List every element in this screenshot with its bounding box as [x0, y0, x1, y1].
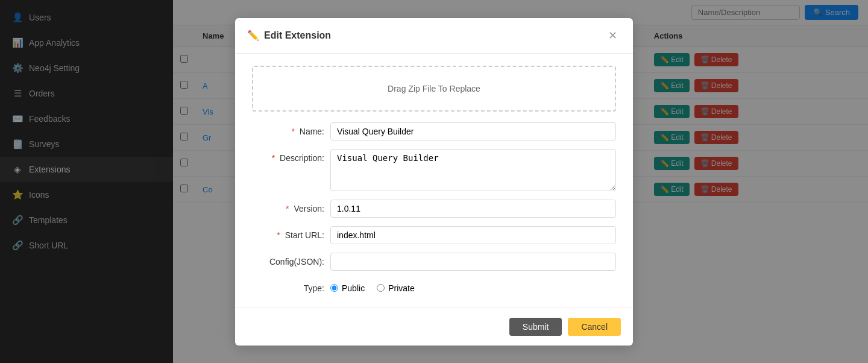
config-input[interactable] — [330, 253, 616, 271]
drag-zone-text: Drag Zip File To Replace — [388, 84, 480, 93]
modal-header: ✏️ Edit Extension ✕ — [235, 18, 633, 54]
start-url-input[interactable] — [330, 226, 616, 244]
name-form-row: * Name: — [252, 122, 616, 140]
radio-private-label: Private — [388, 283, 415, 293]
version-label: * Version: — [252, 200, 324, 213]
start-url-form-row: * Start URL: — [252, 226, 616, 244]
name-label: * Name: — [252, 122, 324, 136]
version-form-row: * Version: — [252, 200, 616, 218]
type-form-row: Type: Public Private — [252, 279, 616, 293]
modal-overlay[interactable]: ✏️ Edit Extension ✕ Drag Zip File To Rep… — [0, 0, 868, 363]
name-input[interactable] — [330, 122, 616, 140]
drag-zip-zone[interactable]: Drag Zip File To Replace — [252, 66, 616, 112]
cancel-button[interactable]: Cancel — [568, 318, 621, 336]
type-radio-group: Public Private — [330, 279, 415, 293]
radio-private-input[interactable] — [377, 284, 385, 292]
radio-public-input[interactable] — [330, 284, 338, 292]
edit-icon: ✏️ — [247, 30, 259, 41]
config-label: Config(JSON): — [252, 253, 324, 267]
modal-footer: Submit Cancel — [235, 308, 633, 346]
description-textarea[interactable]: Visual Query Builder — [330, 149, 616, 191]
config-form-row: Config(JSON): — [252, 253, 616, 271]
version-input[interactable] — [330, 200, 616, 218]
start-url-label: * Start URL: — [252, 226, 324, 240]
radio-public[interactable]: Public — [330, 283, 365, 293]
modal-title: ✏️ Edit Extension — [247, 30, 331, 41]
type-label: Type: — [252, 279, 324, 293]
submit-button[interactable]: Submit — [509, 318, 562, 336]
radio-public-label: Public — [342, 283, 365, 293]
description-form-row: * Description: Visual Query Builder — [252, 149, 616, 191]
description-label: * Description: — [252, 149, 324, 163]
modal-body: Drag Zip File To Replace * Name: * Descr… — [235, 54, 633, 308]
radio-private[interactable]: Private — [377, 283, 415, 293]
edit-extension-modal: ✏️ Edit Extension ✕ Drag Zip File To Rep… — [235, 18, 633, 346]
modal-close-button[interactable]: ✕ — [605, 28, 621, 43]
